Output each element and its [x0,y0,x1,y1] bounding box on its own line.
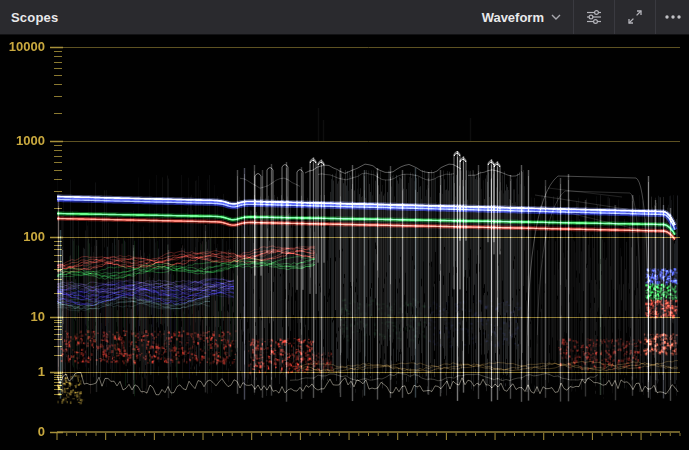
chevron-down-icon [551,14,561,20]
scope-settings-button[interactable] [574,0,614,34]
scopes-header: Scopes Waveform [0,0,689,35]
scope-type-dropdown[interactable]: Waveform [474,0,573,34]
scope-type-label: Waveform [482,10,544,25]
expand-button[interactable] [615,0,655,34]
more-options-button[interactable] [656,0,689,34]
header-controls: Waveform [474,0,689,34]
waveform-canvas [0,35,689,450]
sliders-icon [585,8,603,26]
panel-title: Scopes [0,10,58,25]
expand-icon [626,8,644,26]
waveform-scope: 1000010001001010 [0,35,689,450]
scopes-panel: Scopes Waveform [0,0,689,450]
ellipsis-icon [663,8,683,26]
